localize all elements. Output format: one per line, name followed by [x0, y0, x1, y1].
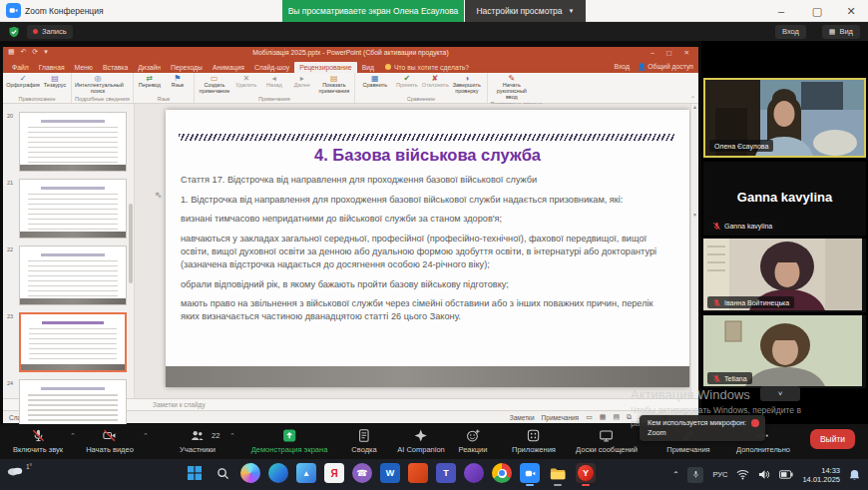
- video-options-chevron[interactable]: ⌃: [143, 432, 149, 440]
- tab-transitions[interactable]: Переходы: [166, 62, 208, 74]
- yandex-browser-icon[interactable]: Y: [576, 463, 596, 483]
- slideshow-view-icon[interactable]: ⧉: [627, 413, 632, 421]
- smiley-plus-icon: [465, 428, 480, 443]
- tab-slideshow[interactable]: Слайд-шоу: [249, 62, 294, 74]
- viber-icon[interactable]: ☎: [352, 463, 372, 483]
- summary-button[interactable]: Сводка: [351, 428, 376, 454]
- loop-icon[interactable]: [464, 463, 484, 483]
- tell-me-box[interactable]: Что вы хотите сделать?: [379, 62, 475, 74]
- start-video-button[interactable]: Начать видео: [86, 428, 134, 454]
- comments-toggle-button[interactable]: Примечания: [542, 414, 580, 421]
- spelling-button[interactable]: ✓Орфография: [6, 74, 40, 89]
- thumbnail-slide-21[interactable]: 21: [3, 179, 135, 239]
- thesaurus-button[interactable]: ▤Тезаурус: [42, 74, 68, 89]
- gallery-next-page-button[interactable]: ˅: [760, 386, 800, 401]
- edge-icon[interactable]: [268, 463, 288, 483]
- view-settings-button[interactable]: Настройки просмотра▼: [465, 0, 586, 22]
- slide-editor-area[interactable]: 4. Базова військова служба Стаття 17. Ві…: [135, 104, 698, 398]
- participants-button[interactable]: Участники: [180, 428, 216, 454]
- slide-sorter-icon[interactable]: ▦: [600, 413, 607, 421]
- tab-review[interactable]: Рецензирование: [294, 62, 356, 74]
- office-icon[interactable]: [408, 463, 428, 483]
- screen: Zoom Конференция Вы просматриваете экран…: [0, 0, 868, 490]
- thumbnail-slide-23-selected[interactable]: 23: [3, 312, 135, 372]
- new-comment-button[interactable]: ▭Создать примечание: [198, 74, 231, 95]
- copilot-icon[interactable]: [240, 463, 260, 483]
- wifi-icon[interactable]: [736, 469, 749, 480]
- tray-date: 14.01.2025: [802, 475, 840, 484]
- audio-options-chevron[interactable]: ⌃: [70, 432, 76, 440]
- previous-comment-button[interactable]: ◂Назад: [261, 74, 287, 89]
- battery-icon[interactable]: [779, 470, 793, 479]
- security-shield-icon[interactable]: [8, 26, 20, 38]
- share-button[interactable]: 👤 Общий доступ: [638, 63, 693, 71]
- yandex-search-icon[interactable]: Я: [324, 463, 344, 483]
- participants-options-chevron[interactable]: ⌃: [229, 432, 235, 440]
- file-explorer-icon[interactable]: [548, 463, 568, 483]
- tab-home[interactable]: Главная: [34, 62, 70, 74]
- view-button[interactable]: ▦Вид: [822, 25, 860, 39]
- ppt-window-controls[interactable]: – ▢ ✕: [651, 49, 694, 57]
- participant-tile-ganna[interactable]: Ganna kavylina Ganna kavylina: [703, 162, 866, 236]
- whiteboards-button[interactable]: Доски сообщений: [576, 428, 638, 454]
- notes-toggle-button[interactable]: Заметки: [510, 414, 535, 421]
- translate-button[interactable]: ⇄Перевод: [137, 74, 163, 89]
- ppt-signin-button[interactable]: Вход: [615, 63, 630, 70]
- search-button[interactable]: [213, 463, 232, 483]
- tab-animations[interactable]: Анимация: [208, 62, 249, 74]
- tab-insert[interactable]: Вставка: [98, 62, 133, 74]
- leave-meeting-button[interactable]: Выйти: [810, 429, 855, 449]
- zoom-taskbar-icon[interactable]: [520, 463, 540, 483]
- clock[interactable]: 14:33 14.01.2025: [802, 466, 840, 484]
- next-comment-button[interactable]: ▸Далее: [289, 74, 315, 89]
- current-slide[interactable]: 4. Базова військова служба Стаття 17. Ві…: [166, 110, 689, 387]
- word-icon[interactable]: W: [380, 463, 400, 483]
- participant-video-ivanna[interactable]: Іванна Войтинецька: [703, 239, 866, 312]
- slide-thumbnail-panel[interactable]: 20 21 22 23: [3, 104, 135, 398]
- start-button[interactable]: [185, 463, 205, 483]
- collapse-ribbon-icon[interactable]: ⌃: [690, 95, 695, 102]
- compare-button[interactable]: ▦Сравнить: [358, 74, 392, 89]
- close-button[interactable]: ✕: [842, 2, 860, 20]
- signin-button[interactable]: Вход: [775, 25, 806, 39]
- reject-button[interactable]: ✘Отклонить: [422, 74, 448, 89]
- thumbnail-slide-20[interactable]: 20: [3, 112, 135, 172]
- minimize-button[interactable]: –: [772, 2, 790, 20]
- participant-video-tetiana[interactable]: Tetiana: [703, 315, 866, 388]
- participant-video-olena[interactable]: Олена Єсаулова: [703, 78, 866, 158]
- show-comments-button[interactable]: ▤Показать примечания: [317, 74, 351, 95]
- tab-menu[interactable]: Меню: [70, 62, 98, 74]
- reading-view-icon[interactable]: ▤: [613, 413, 620, 421]
- ai-companion-button[interactable]: AI Companion: [397, 428, 445, 454]
- end-review-button[interactable]: ◑Завершить проверку: [450, 74, 484, 95]
- language-indicator[interactable]: РУС: [712, 470, 727, 479]
- taskbar-weather-widget[interactable]: 1°: [6, 463, 32, 477]
- unmute-button[interactable]: Включить звук: [13, 428, 63, 454]
- start-inking-button[interactable]: ✎Начать рукописный ввод: [491, 74, 533, 100]
- mic-in-use-tray-icon[interactable]: [687, 467, 703, 483]
- tab-file[interactable]: Файл: [7, 62, 34, 74]
- photos-icon[interactable]: ▲: [296, 463, 316, 483]
- thumbnail-slide-22[interactable]: 22: [3, 245, 135, 305]
- thumbnail-scrollbar[interactable]: [129, 204, 133, 283]
- tab-design[interactable]: Дизайн: [133, 62, 166, 74]
- reactions-button[interactable]: Реакции: [459, 428, 488, 454]
- delete-comment-button[interactable]: ✕Удалить: [233, 74, 259, 89]
- slide-bottom-band: [166, 366, 689, 387]
- share-screen-button[interactable]: Демонстрация экрана: [251, 428, 328, 454]
- chrome-icon[interactable]: [492, 463, 512, 483]
- teams-icon[interactable]: T: [436, 463, 456, 483]
- hidden-icons-chevron[interactable]: ⌃: [672, 470, 678, 479]
- smart-lookup-button[interactable]: ◎Интеллектуальный поиск: [75, 74, 121, 95]
- volume-icon[interactable]: [758, 469, 770, 480]
- maximize-button[interactable]: ▢: [808, 2, 826, 20]
- slide-scrollbar[interactable]: ▲▼: [690, 104, 698, 398]
- language-button[interactable]: ⚑Язык: [165, 74, 191, 89]
- apps-button[interactable]: Приложения: [512, 428, 556, 454]
- accept-button[interactable]: ✔Принять: [394, 74, 420, 89]
- tab-view[interactable]: Вид: [357, 62, 379, 74]
- normal-view-icon[interactable]: ▭: [586, 413, 593, 421]
- slide-paragraph: визнані тимчасово непридатними до військ…: [181, 213, 667, 226]
- notifications-bell-icon[interactable]: [849, 469, 860, 481]
- recording-indicator[interactable]: Запись: [27, 25, 73, 39]
